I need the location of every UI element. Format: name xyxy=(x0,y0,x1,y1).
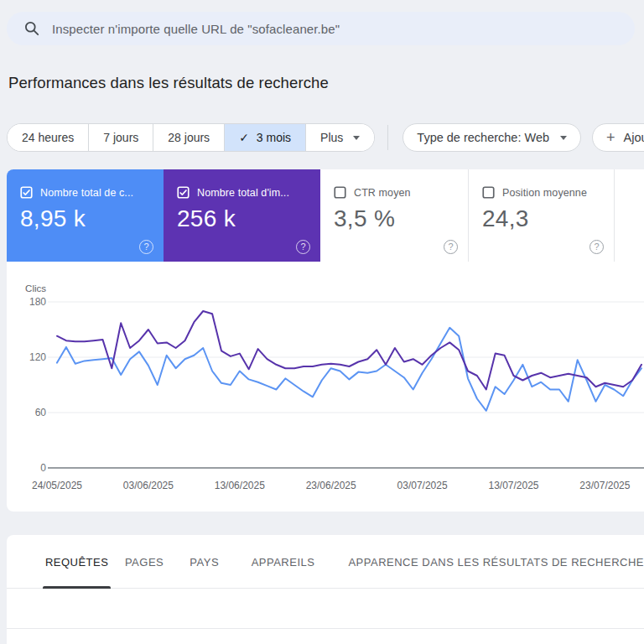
date-range-24h[interactable]: 24 heures xyxy=(8,124,89,151)
checkbox-unchecked-icon[interactable] xyxy=(482,186,495,199)
add-filter-button[interactable]: + Ajouter un filtre xyxy=(592,123,644,152)
checkbox-checked-icon[interactable] xyxy=(177,186,190,199)
metric-label: Position moyenne xyxy=(502,187,587,199)
chevron-down-icon xyxy=(353,136,360,140)
metric-card-total-impressions[interactable]: Nombre total d'im... 256 k ? xyxy=(164,169,320,262)
svg-text:60: 60 xyxy=(35,407,47,418)
plus-icon: + xyxy=(606,130,615,145)
checkbox-checked-icon[interactable] xyxy=(20,186,33,199)
date-range-7d[interactable]: 7 jours xyxy=(89,124,153,151)
page-title: Performances dans les résultats de reche… xyxy=(8,74,329,92)
svg-text:03/06/2025: 03/06/2025 xyxy=(123,480,174,491)
date-range-more[interactable]: Plus xyxy=(306,124,374,151)
help-icon[interactable]: ? xyxy=(589,240,604,254)
svg-text:Clics: Clics xyxy=(25,283,46,293)
help-icon[interactable]: ? xyxy=(296,240,310,254)
metric-value: 8,95 k xyxy=(20,205,164,232)
performance-chart[interactable]: Clics18012060024/05/202503/06/202513/06/… xyxy=(7,262,644,512)
chart-canvas[interactable]: Clics18012060024/05/202503/06/202513/06/… xyxy=(7,262,644,512)
metric-value: 256 k xyxy=(177,205,320,232)
add-filter-label: Ajouter un filtre xyxy=(624,131,644,144)
help-icon[interactable]: ? xyxy=(444,240,458,254)
tab-apparence[interactable]: APPARENCE DANS LES RÉSULTATS DE RECHERCH… xyxy=(348,535,644,589)
search-type-label: Type de recherche: Web xyxy=(417,131,549,144)
date-range-label: Plus xyxy=(320,131,343,144)
dimensions-card: REQUÊTES PAGES PAYS APPAREILS APPARENCE … xyxy=(7,535,644,644)
metric-value: 24,3 xyxy=(482,205,614,232)
metric-card-total-clicks[interactable]: Nombre total de c... 8,95 k ? xyxy=(7,169,164,262)
svg-text:13/07/2025: 13/07/2025 xyxy=(488,480,538,491)
svg-text:13/06/2025: 13/06/2025 xyxy=(215,480,265,491)
performance-panel: Nombre total de c... 8,95 k ? Nombre tot… xyxy=(7,169,644,512)
metric-card-avg-position[interactable]: Position moyenne 24,3 ? xyxy=(468,169,615,262)
metric-label: CTR moyen xyxy=(354,187,411,199)
metric-card-avg-ctr[interactable]: CTR moyen 3,5 % ? xyxy=(320,169,468,262)
svg-text:03/07/2025: 03/07/2025 xyxy=(397,480,448,491)
search-icon xyxy=(24,21,39,36)
url-inspection-bar[interactable]: Inspecter n'importe quelle URL de "sofac… xyxy=(7,12,635,45)
date-range-28d[interactable]: 28 jours xyxy=(153,124,225,151)
tab-appareils[interactable]: APPAREILS xyxy=(252,535,315,589)
svg-text:120: 120 xyxy=(29,351,46,363)
date-range-label: 3 mois xyxy=(257,131,291,144)
table-header-area xyxy=(7,589,644,629)
svg-text:23/07/2025: 23/07/2025 xyxy=(579,480,630,491)
svg-text:23/06/2025: 23/06/2025 xyxy=(306,480,356,491)
metric-label: Nombre total d'im... xyxy=(197,187,289,199)
date-range-label: 24 heures xyxy=(22,131,74,144)
check-icon: ✓ xyxy=(239,131,249,144)
tab-pages[interactable]: PAGES xyxy=(122,535,166,589)
svg-text:24/05/2025: 24/05/2025 xyxy=(32,480,82,491)
metric-value: 3,5 % xyxy=(334,205,468,232)
date-range-label: 28 jours xyxy=(168,131,210,144)
chevron-down-icon xyxy=(560,136,567,140)
date-range-group: 24 heures 7 jours 28 jours ✓ 3 mois Plus xyxy=(7,123,375,152)
dimension-tabs: REQUÊTES PAGES PAYS APPAREILS APPARENCE … xyxy=(7,535,644,589)
metric-cards-row: Nombre total de c... 8,95 k ? Nombre tot… xyxy=(7,169,644,262)
url-inspection-placeholder: Inspecter n'importe quelle URL de "sofac… xyxy=(52,22,340,36)
date-range-3m-selected[interactable]: ✓ 3 mois xyxy=(225,124,306,151)
filter-row: 24 heures 7 jours 28 jours ✓ 3 mois Plus… xyxy=(7,123,644,152)
filter-divider xyxy=(387,125,388,150)
svg-text:0: 0 xyxy=(40,462,46,474)
svg-text:180: 180 xyxy=(29,296,46,308)
checkbox-unchecked-icon[interactable] xyxy=(334,186,346,199)
search-type-filter[interactable]: Type de recherche: Web xyxy=(402,123,581,152)
help-icon[interactable]: ? xyxy=(139,240,153,254)
date-range-label: 7 jours xyxy=(103,131,138,144)
tab-requetes[interactable]: REQUÊTES xyxy=(43,535,111,589)
metric-label: Nombre total de c... xyxy=(40,187,133,199)
tab-pays[interactable]: PAYS xyxy=(185,535,224,589)
